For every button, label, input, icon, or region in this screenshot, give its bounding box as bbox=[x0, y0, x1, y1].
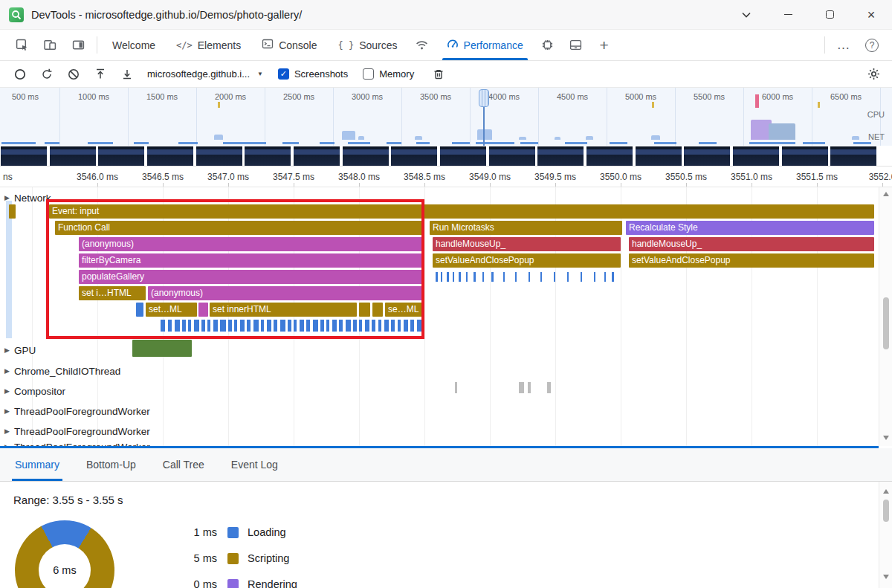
flame-bar[interactable] bbox=[136, 303, 143, 317]
flame-bar[interactable] bbox=[359, 303, 370, 317]
paint-tick[interactable] bbox=[359, 320, 362, 332]
memory-inspector-icon[interactable] bbox=[534, 30, 562, 60]
filmstrip-thumbnail[interactable] bbox=[294, 146, 340, 166]
paint-tick[interactable] bbox=[188, 320, 191, 332]
flame-bar[interactable] bbox=[9, 204, 16, 219]
flame-bar[interactable]: (anonymous) bbox=[148, 286, 424, 300]
flame-bar[interactable]: Event: input bbox=[49, 204, 874, 219]
paint-tick[interactable] bbox=[253, 320, 259, 332]
net-activity[interactable] bbox=[476, 142, 514, 144]
profile-select[interactable]: microsoftedge.github.i... ▼ bbox=[147, 68, 263, 80]
paint-tick[interactable] bbox=[175, 320, 180, 332]
paint-tick[interactable] bbox=[313, 320, 318, 332]
paint-tick[interactable] bbox=[326, 320, 329, 332]
screenshots-toggle[interactable]: ✓ Screenshots bbox=[278, 68, 348, 80]
paint-tick[interactable] bbox=[365, 320, 369, 332]
collapse-triangle-icon[interactable]: ▶ bbox=[4, 367, 10, 375]
filmstrip-thumbnail[interactable] bbox=[98, 146, 144, 166]
timeline-overview[interactable]: 500 ms1000 ms1500 ms2000 ms2500 ms3000 m… bbox=[0, 88, 892, 167]
details-tab-event-log[interactable]: Event Log bbox=[231, 448, 278, 481]
micro-tick[interactable] bbox=[491, 272, 494, 282]
paint-tick[interactable] bbox=[398, 320, 401, 332]
micro-tick[interactable] bbox=[436, 272, 438, 282]
filmstrip-thumbnail[interactable] bbox=[50, 146, 96, 166]
paint-tick[interactable] bbox=[300, 320, 304, 332]
event-mark[interactable] bbox=[218, 102, 220, 108]
filmstrip-thumbnail[interactable] bbox=[733, 146, 779, 166]
event-mark[interactable] bbox=[652, 102, 654, 108]
paint-tick[interactable] bbox=[410, 320, 414, 332]
micro-tick[interactable] bbox=[453, 272, 454, 282]
micro-tick[interactable] bbox=[554, 272, 555, 282]
filmstrip-thumbnail[interactable] bbox=[782, 146, 828, 166]
micro-tick[interactable] bbox=[567, 272, 569, 282]
cpu-activity[interactable] bbox=[477, 129, 492, 140]
paint-tick[interactable] bbox=[240, 320, 245, 332]
device-emulation-button[interactable] bbox=[36, 30, 64, 60]
event-mark[interactable] bbox=[818, 102, 820, 108]
paint-tick[interactable] bbox=[294, 320, 297, 332]
micro-tick[interactable] bbox=[529, 272, 530, 282]
track-header[interactable]: ▶ThreadPoolForegroundWorker bbox=[4, 424, 150, 439]
network-conditions-icon[interactable] bbox=[408, 30, 436, 60]
flame-bar[interactable]: (anonymous) bbox=[79, 237, 424, 251]
tab-performance[interactable]: Performance bbox=[436, 30, 534, 60]
cpu-activity[interactable] bbox=[519, 137, 526, 140]
collapse-triangle-icon[interactable]: ▶ bbox=[4, 346, 10, 354]
paint-tick[interactable] bbox=[234, 320, 237, 332]
track-header[interactable]: ▶Network bbox=[4, 190, 51, 205]
net-activity[interactable] bbox=[282, 142, 299, 144]
details-tab-summary[interactable]: Summary bbox=[15, 448, 59, 481]
flame-bar[interactable]: handleMouseUp_ bbox=[433, 237, 621, 251]
record-button[interactable] bbox=[7, 63, 33, 85]
paint-tick[interactable] bbox=[194, 320, 199, 332]
compositor-tick[interactable] bbox=[455, 382, 457, 393]
customize-devtools-button[interactable]: … bbox=[830, 30, 858, 60]
cpu-activity[interactable] bbox=[852, 136, 859, 140]
filmstrip-thumbnail[interactable] bbox=[537, 146, 584, 166]
net-activity[interactable] bbox=[178, 142, 198, 144]
flame-bar[interactable]: set innerHTML bbox=[210, 303, 357, 317]
flame-bar[interactable]: Recalculate Style bbox=[626, 221, 874, 235]
cpu-activity[interactable] bbox=[769, 123, 795, 140]
scroll-down-icon[interactable] bbox=[883, 436, 889, 440]
flame-bar[interactable]: set…ML bbox=[146, 303, 197, 317]
focus-mode-button[interactable] bbox=[64, 30, 92, 60]
flame-bar[interactable]: Run Microtasks bbox=[430, 221, 622, 235]
cpu-activity[interactable] bbox=[358, 136, 364, 140]
net-activity[interactable] bbox=[452, 142, 470, 144]
net-activity[interactable] bbox=[88, 142, 113, 144]
memory-toggle[interactable]: Memory bbox=[363, 68, 414, 80]
net-activity[interactable] bbox=[320, 142, 334, 144]
paint-tick[interactable] bbox=[378, 320, 381, 332]
net-activity[interactable] bbox=[387, 142, 401, 144]
save-profile-button[interactable] bbox=[114, 63, 140, 85]
event-mark[interactable] bbox=[755, 94, 759, 108]
paint-tick[interactable] bbox=[353, 320, 357, 332]
filmstrip-thumbnail[interactable] bbox=[196, 146, 242, 166]
tab-welcome[interactable]: Welcome bbox=[102, 30, 166, 60]
tab-sources[interactable]: { }Sources bbox=[328, 30, 408, 60]
application-panel-icon[interactable] bbox=[562, 30, 590, 60]
collapse-triangle-icon[interactable]: ▶ bbox=[4, 427, 10, 435]
micro-tick[interactable] bbox=[515, 272, 517, 282]
net-activity[interactable] bbox=[1, 142, 36, 144]
collapse-triangle-icon[interactable]: ▶ bbox=[4, 194, 10, 201]
micro-tick[interactable] bbox=[441, 272, 442, 282]
micro-tick[interactable] bbox=[466, 272, 468, 282]
filmstrip-thumbnail[interactable] bbox=[391, 146, 437, 166]
micro-tick[interactable] bbox=[459, 272, 461, 282]
track-header[interactable]: ▶Chrome_ChildIOThread bbox=[4, 364, 120, 378]
paint-tick[interactable] bbox=[372, 320, 375, 332]
flame-bar[interactable]: set i…HTML bbox=[79, 286, 146, 300]
paint-tick[interactable] bbox=[201, 320, 205, 332]
compositor-tick[interactable] bbox=[547, 382, 551, 393]
track-header[interactable]: ▶Compositor bbox=[4, 384, 65, 398]
paint-tick[interactable] bbox=[339, 320, 343, 332]
paint-tick[interactable] bbox=[274, 320, 277, 332]
net-activity[interactable] bbox=[803, 142, 825, 144]
flame-bar[interactable]: se…ML bbox=[385, 303, 422, 317]
net-activity[interactable] bbox=[520, 142, 538, 144]
cpu-activity[interactable] bbox=[415, 136, 422, 140]
micro-tick[interactable] bbox=[474, 272, 476, 282]
